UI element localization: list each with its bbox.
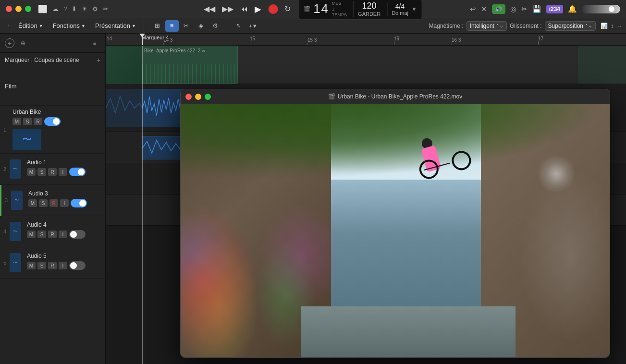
list-view-btn[interactable]: ≡ bbox=[165, 20, 179, 32]
track-4-mute-btn[interactable]: M bbox=[27, 231, 36, 238]
video-preview[interactable]: 🎬 Urban Bike - Urban Bike_Apple ProRes 4… bbox=[180, 89, 610, 358]
track-2-solo-btn[interactable]: S bbox=[37, 168, 46, 176]
track-2-toggle[interactable] bbox=[69, 168, 86, 176]
film-label: Film bbox=[5, 83, 17, 90]
record-button[interactable] bbox=[268, 4, 278, 14]
glissement-arrow: ⌃⌄ bbox=[585, 24, 592, 28]
track-5-record-btn[interactable]: R bbox=[48, 262, 57, 269]
lens-flare bbox=[537, 155, 576, 193]
track-5-solo-btn[interactable]: S bbox=[37, 262, 46, 269]
brightness-slider[interactable] bbox=[582, 5, 620, 13]
edition-arrow: ▼ bbox=[39, 24, 43, 28]
track-2-input-btn[interactable]: I bbox=[59, 168, 67, 176]
track-5-input-btn[interactable]: I bbox=[59, 262, 67, 269]
track-row-1: 1 Urban Bike M S R 〜 bbox=[0, 106, 105, 154]
track-row-2: 2 〜 Audio 1 M S R I bbox=[0, 154, 105, 185]
add-tool-btn[interactable]: +▼ bbox=[246, 20, 260, 32]
menu-edition[interactable]: Édition ▼ bbox=[13, 20, 48, 31]
waveform-btn[interactable]: ◈ bbox=[194, 20, 208, 32]
track-5-mute-btn[interactable]: M bbox=[27, 262, 36, 269]
title-bar: ⬜ ☁ ? ⬇ ☀ ⚙ ✏ ◀◀ ▶▶ ⏮ ▶ ↻ 🎬 14 MES 1 TEM… bbox=[0, 0, 626, 18]
track-4-input-btn[interactable]: I bbox=[59, 231, 67, 238]
film-clip-after bbox=[578, 46, 626, 84]
track-1-solo-btn[interactable]: S bbox=[23, 118, 32, 125]
track-3-record-btn[interactable]: R bbox=[49, 199, 58, 207]
video-clip-main[interactable]: Bike_Apple ProRes 422_2 ∞ bbox=[142, 46, 238, 84]
brightness-icon[interactable]: ☀ bbox=[82, 5, 87, 12]
timeline-ruler[interactable]: Marqueur 4 14 14 3 15 15 3 16 bbox=[106, 34, 626, 46]
up-arrow-icon[interactable]: ↑ bbox=[4, 21, 13, 31]
track-1-toggle[interactable] bbox=[44, 117, 61, 126]
expand-h-icon[interactable]: ↔ bbox=[616, 23, 622, 29]
track-2-record-btn[interactable]: R bbox=[48, 168, 57, 176]
fonctions-label: Fonctions bbox=[53, 22, 80, 29]
minimize-button[interactable] bbox=[15, 6, 22, 12]
video-close-button[interactable] bbox=[185, 94, 192, 100]
track-5-toggle[interactable] bbox=[69, 261, 86, 270]
meter-icon[interactable]: 📊 bbox=[601, 23, 608, 29]
track-number-4: 4 bbox=[0, 216, 10, 247]
track-2-mute-btn[interactable]: M bbox=[27, 168, 36, 176]
tempo-box: 120 GARDER bbox=[354, 1, 381, 17]
track-3-toggle[interactable] bbox=[71, 199, 87, 207]
track-1-mute-btn[interactable]: M bbox=[12, 118, 21, 125]
menu-fonctions[interactable]: Fonctions ▼ bbox=[48, 20, 90, 31]
play-button[interactable]: ▶ bbox=[255, 4, 261, 14]
mes-label: MES bbox=[332, 1, 347, 6]
grid-view-btn[interactable]: ⊞ bbox=[151, 20, 164, 32]
list-icon[interactable]: ≡ bbox=[89, 38, 100, 48]
track-3-mute-btn[interactable]: M bbox=[28, 199, 37, 207]
track-3-info: Audio 3 M S R I bbox=[25, 186, 105, 214]
track-4-solo-btn[interactable]: S bbox=[37, 231, 46, 238]
marker-label: Marqueur : Coupes de scène bbox=[5, 57, 79, 63]
pencil-icon[interactable]: ✏ bbox=[103, 5, 108, 12]
add-track-button[interactable]: + bbox=[5, 38, 14, 48]
track-2-info: Audio 1 M S R I bbox=[24, 155, 105, 183]
rewind-button[interactable]: ◀◀ bbox=[204, 4, 215, 13]
timecode-arrow[interactable]: ▼ bbox=[411, 6, 417, 12]
fonctions-arrow: ▼ bbox=[81, 24, 86, 28]
undo-icon[interactable]: ↩ bbox=[470, 5, 476, 13]
alley-floor bbox=[301, 306, 516, 357]
audio-clip-1-before bbox=[106, 89, 142, 127]
close-button[interactable] bbox=[6, 6, 12, 12]
track-4-record-btn[interactable]: R bbox=[48, 231, 57, 238]
glissement-select[interactable]: Superposition ⌃⌄ bbox=[545, 21, 596, 31]
copy-icon[interactable]: ⊕ bbox=[17, 38, 29, 48]
loop-button[interactable]: ↻ bbox=[284, 4, 291, 13]
download-icon[interactable]: ⬇ bbox=[72, 5, 77, 12]
target-icon[interactable]: ◎ bbox=[510, 5, 516, 13]
track-3-thumb: 〜 bbox=[11, 191, 23, 210]
magnetism-select[interactable]: Intelligent ⌃⌄ bbox=[466, 21, 507, 31]
track-3-input-btn[interactable]: I bbox=[60, 199, 69, 207]
track-number-2: 2 bbox=[0, 154, 10, 184]
menu-presentation[interactable]: Présentation ▼ bbox=[90, 20, 141, 31]
select-tool-btn[interactable]: ↖ bbox=[232, 20, 245, 32]
midi-btn[interactable]: ⚙ bbox=[209, 20, 222, 32]
speaker-button[interactable]: 🔊 bbox=[492, 4, 505, 14]
track-3-solo-btn[interactable]: S bbox=[39, 199, 48, 207]
expand-v-icon[interactable]: ↕ bbox=[611, 23, 614, 29]
help-icon[interactable]: ? bbox=[63, 5, 67, 12]
user-badge[interactable]: i234 bbox=[546, 5, 563, 13]
video-minimize-button[interactable] bbox=[195, 94, 201, 100]
beat-value: 1 bbox=[332, 7, 347, 12]
fast-forward-button[interactable]: ▶▶ bbox=[222, 4, 233, 13]
close-icon[interactable]: ✕ bbox=[481, 5, 487, 13]
magnetism-arrow: ⌃⌄ bbox=[496, 24, 503, 28]
maximize-button[interactable] bbox=[25, 6, 31, 12]
trim-btn[interactable]: ✂ bbox=[180, 20, 193, 32]
add-marker-button[interactable]: + bbox=[97, 56, 100, 64]
import-icon[interactable]: ⬜ bbox=[38, 4, 48, 13]
bell-icon[interactable]: 🔔 bbox=[568, 5, 577, 13]
track-4-toggle[interactable] bbox=[69, 230, 86, 239]
skip-back-button[interactable]: ⏮ bbox=[240, 5, 248, 13]
track-1-record-btn[interactable]: R bbox=[34, 118, 42, 125]
video-maximize-button[interactable] bbox=[205, 94, 211, 100]
save-icon[interactable]: 💾 bbox=[532, 5, 541, 13]
scissors-icon[interactable]: ✂ bbox=[521, 5, 528, 13]
cloud-icon[interactable]: ☁ bbox=[52, 5, 59, 12]
toolbar-right: ↩ ✕ 🔊 ◎ ✂ 💾 i234 🔔 bbox=[470, 4, 620, 14]
menu-separator-1 bbox=[144, 22, 144, 30]
mixer-icon[interactable]: ⚙ bbox=[92, 5, 98, 12]
